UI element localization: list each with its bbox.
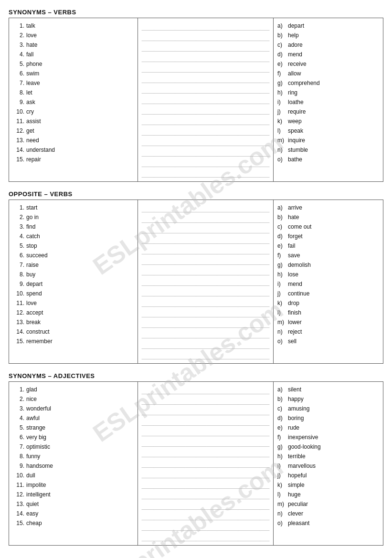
list-item: 8.buy bbox=[13, 270, 134, 279]
list-item: 14.easy bbox=[13, 509, 134, 518]
list-number: 5. bbox=[13, 61, 26, 67]
answer-line[interactable] bbox=[142, 309, 269, 317]
list-number: 15. bbox=[13, 338, 26, 345]
answer-line[interactable] bbox=[142, 106, 269, 115]
right-letter: b) bbox=[277, 396, 288, 402]
exercise-block-opposite-verbs: 1.start2.go in3.find4.catch5.stop6.succe… bbox=[9, 200, 383, 364]
answer-line[interactable] bbox=[142, 74, 269, 83]
right-item: d)boring bbox=[277, 413, 379, 423]
right-word: mend bbox=[288, 51, 302, 58]
answer-line[interactable] bbox=[142, 116, 269, 125]
answer-line[interactable] bbox=[142, 158, 269, 167]
answer-line[interactable] bbox=[142, 246, 269, 254]
right-letter: i) bbox=[277, 99, 288, 105]
answer-line[interactable] bbox=[142, 340, 269, 349]
list-number: 13. bbox=[13, 137, 26, 144]
list-number: 9. bbox=[13, 99, 26, 105]
right-col-synonyms-adjectives: a)silentb)happyc)amusingd)boringe)rudef)… bbox=[273, 382, 383, 545]
answer-line[interactable] bbox=[142, 491, 269, 499]
answer-line[interactable] bbox=[142, 169, 269, 178]
list-word: construct bbox=[26, 328, 50, 335]
right-word: adore bbox=[288, 42, 303, 48]
answer-line[interactable] bbox=[142, 43, 269, 52]
right-word: lose bbox=[288, 271, 298, 278]
right-word: continue bbox=[288, 290, 309, 297]
answer-line[interactable] bbox=[142, 214, 269, 223]
list-word: cry bbox=[26, 108, 34, 115]
answer-line[interactable] bbox=[142, 417, 269, 426]
answer-line[interactable] bbox=[142, 319, 269, 328]
list-word: optimistic bbox=[26, 443, 50, 450]
right-letter: n) bbox=[277, 328, 288, 335]
answer-line[interactable] bbox=[142, 277, 269, 286]
list-word: nice bbox=[26, 396, 37, 402]
list-number: 15. bbox=[13, 156, 26, 163]
answer-line[interactable] bbox=[142, 386, 269, 394]
answer-line[interactable] bbox=[142, 22, 269, 31]
right-item: n)clever bbox=[277, 509, 379, 518]
answer-line[interactable] bbox=[142, 396, 269, 405]
answer-line[interactable] bbox=[142, 256, 269, 265]
answer-line[interactable] bbox=[142, 64, 269, 73]
answer-line[interactable] bbox=[142, 459, 269, 468]
answer-line[interactable] bbox=[142, 298, 269, 307]
right-letter: o) bbox=[277, 520, 288, 526]
list-word: wonderful bbox=[26, 405, 51, 412]
answer-line[interactable] bbox=[142, 127, 269, 136]
answer-line[interactable] bbox=[142, 501, 269, 510]
answer-line[interactable] bbox=[142, 330, 269, 338]
right-letter: l) bbox=[277, 309, 288, 316]
answer-line[interactable] bbox=[142, 480, 269, 489]
right-word: rude bbox=[288, 424, 299, 431]
answer-line[interactable] bbox=[142, 351, 269, 359]
right-item: o)sell bbox=[277, 337, 379, 346]
list-number: 2. bbox=[13, 32, 26, 39]
answer-line[interactable] bbox=[142, 53, 269, 62]
list-item: 2.go in bbox=[13, 212, 134, 222]
answer-line[interactable] bbox=[142, 533, 269, 541]
answer-line[interactable] bbox=[142, 438, 269, 447]
answer-line[interactable] bbox=[142, 235, 269, 244]
right-item: o)pleasant bbox=[277, 518, 379, 528]
answer-line[interactable] bbox=[142, 32, 269, 41]
right-col-synonyms-verbs: a)departb)helpc)adored)mende)receivef)al… bbox=[273, 18, 383, 181]
right-item: h)terrible bbox=[277, 452, 379, 461]
answer-line[interactable] bbox=[142, 204, 269, 212]
list-item: 6.swim bbox=[13, 69, 134, 78]
right-letter: c) bbox=[277, 223, 288, 230]
list-item: 10.spend bbox=[13, 289, 134, 298]
list-number: 12. bbox=[13, 491, 26, 498]
right-item: g)good-looking bbox=[277, 442, 379, 452]
right-letter: b) bbox=[277, 214, 288, 221]
right-letter: a) bbox=[277, 22, 288, 29]
right-word: mend bbox=[288, 281, 302, 287]
answer-line[interactable] bbox=[142, 428, 269, 436]
answer-line[interactable] bbox=[142, 407, 269, 415]
answer-line[interactable] bbox=[142, 267, 269, 275]
right-word: arrive bbox=[288, 204, 302, 211]
list-word: impolite bbox=[26, 482, 46, 488]
right-item: l)speak bbox=[277, 126, 379, 136]
answer-line[interactable] bbox=[142, 95, 269, 104]
answer-line[interactable] bbox=[142, 288, 269, 296]
answer-line[interactable] bbox=[142, 512, 269, 520]
answer-line[interactable] bbox=[142, 85, 269, 94]
answer-line[interactable] bbox=[142, 522, 269, 531]
list-item: 5.strange bbox=[13, 423, 134, 432]
list-word: funny bbox=[26, 453, 40, 460]
section-title-synonyms-adjectives: SYNONYMS – ADJECTIVES bbox=[9, 372, 383, 379]
list-word: succeed bbox=[26, 252, 48, 259]
right-item: i)loathe bbox=[277, 97, 379, 107]
list-word: assist bbox=[26, 118, 41, 125]
answer-line[interactable] bbox=[142, 148, 269, 157]
right-word: peculiar bbox=[288, 501, 308, 507]
answer-line[interactable] bbox=[142, 137, 269, 146]
list-number: 9. bbox=[13, 463, 26, 469]
answer-line[interactable] bbox=[142, 470, 269, 478]
right-word: speak bbox=[288, 127, 303, 134]
right-word: hate bbox=[288, 214, 299, 221]
answer-line[interactable] bbox=[142, 225, 269, 233]
right-item: n)stumble bbox=[277, 145, 379, 155]
list-word: get bbox=[26, 127, 34, 134]
answer-line[interactable] bbox=[142, 449, 269, 457]
